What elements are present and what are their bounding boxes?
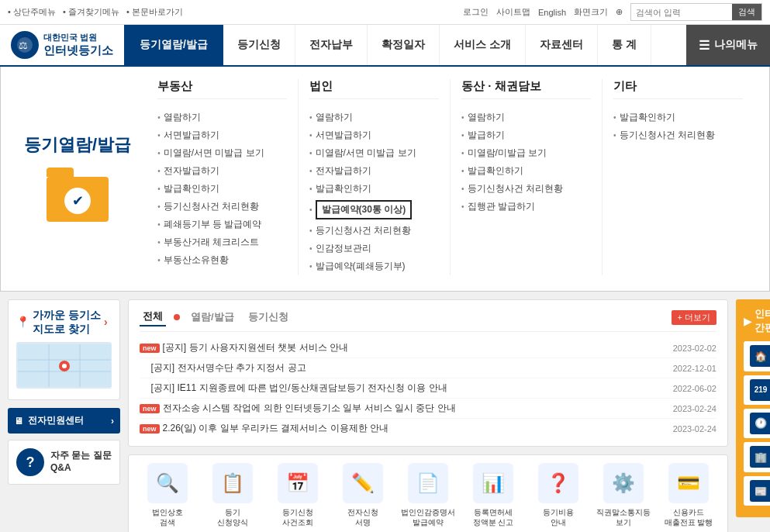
card-icon: 💳 [668, 463, 709, 503]
list-item[interactable]: 등기신청사건 처리현황 [309, 222, 439, 240]
e-sign-icon: ✏️ [343, 463, 383, 503]
dropdown-col-movable: 동산 · 채권담보 열람하기 발급하기 미열람/미발급 보기 발급확인하기 등기… [451, 79, 603, 275]
right-panel: ▶ 인터넷등기소 간편길잡이 🏠 소액임차인의 범위 안내 › 219 도로명주… [736, 299, 770, 532]
list-item[interactable]: 미열람/미발급 보기 [461, 144, 591, 162]
news-item-1[interactable]: new [공지] 등기 사용자지원센터 챗봇 서비스 안내 2023-02-02 [140, 338, 716, 358]
dropdown-col-other: 기타 발급확인하기 등기신청사건 처리현황 [603, 79, 754, 275]
nearby-registry-title: 📍 가까운 등기소지도로 찾기 › [16, 308, 112, 336]
skip-fav-menu[interactable]: • 즐겨찾기메뉴 [63, 7, 119, 16]
list-item[interactable]: 미열람/서면 미발급 보기 [309, 144, 439, 162]
list-item[interactable]: 인감정보관리 [309, 240, 439, 257]
shortcuts-box: ▶ 인터넷등기소 간편길잡이 🏠 소액임차인의 범위 안내 › 219 도로명주… [736, 299, 770, 517]
shortcut-entry-pass[interactable]: 🏢 등기소 출입증 신청관리 › [744, 442, 770, 472]
list-item[interactable]: 서면발급하기 [309, 126, 439, 144]
content-area: 📍 가까운 등기소지도로 찾기 › 🖥 전자민원센터 › [0, 292, 770, 532]
corporation-list: 열람하기 서면발급하기 미열람/서면 미발급 보기 전자발급하기 발급확인하기 … [309, 109, 439, 275]
news-item-4[interactable]: new 전자소송 시스템 작업에 의한 인터넷등기소 일부 서비스 일시 중단 … [140, 399, 716, 419]
quick-link-seal-label: 법인인감증명서발급예약 [401, 507, 455, 527]
quick-link-tax[interactable]: 📊 등록면허세정액분 신고 [462, 463, 524, 527]
news-tabs: 전체 열람/발급 등기신청 + 더보기 [140, 308, 716, 332]
news-item-3[interactable]: . [공지] IE11 지원종료에 따른 법인/동산채권담보등기 전자신청 이용… [140, 378, 716, 399]
list-item[interactable]: 서면발급하기 [157, 126, 287, 144]
news-badge-new: new [140, 344, 160, 353]
quick-link-fee[interactable]: ❓ 등기비용안내 [527, 463, 589, 527]
search-input[interactable] [631, 6, 732, 19]
list-item[interactable]: 발급하기 [461, 126, 591, 144]
list-item[interactable]: 전자발급하기 [157, 162, 287, 180]
news-badge-new-2: new [140, 404, 160, 413]
nav-registry-view[interactable]: 등기열람/발급 [124, 25, 223, 65]
list-item[interactable]: 미열람/서면 미발급 보기 [157, 144, 287, 162]
news-section: 전체 열람/발급 등기신청 + 더보기 new [공지] 등기 사용자지원센터 … [128, 299, 728, 447]
folder-icon: ✔ [47, 168, 109, 222]
shortcuts-title: ▶ 인터넷등기소 간편길잡이 [744, 307, 770, 335]
nav-service-intro[interactable]: 서비스 소개 [440, 25, 526, 65]
more-button[interactable]: + 더보기 [672, 310, 716, 325]
tab-view-issue[interactable]: 열람/발급 [188, 309, 237, 326]
list-item[interactable]: 열람하기 [309, 109, 439, 126]
quick-link-e-sign[interactable]: ✏️ 전자신청서명 [332, 463, 394, 527]
quick-link-notice[interactable]: ⚙️ 직권말소통지등보기 [592, 463, 654, 527]
quick-link-company-search[interactable]: 🔍 법인상호검색 [136, 463, 199, 527]
shortcut-small-tenant[interactable]: 🏠 소액임차인의 범위 안내 › [744, 341, 770, 371]
english-link[interactable]: English [538, 8, 566, 17]
news-list: new [공지] 등기 사용자지원센터 챗봇 서비스 안내 2023-02-02… [140, 338, 716, 438]
e-center-icon: 🖥 [14, 416, 23, 427]
case-inquiry-icon: 📅 [278, 463, 318, 503]
search-box: 검색 [630, 3, 762, 21]
list-item[interactable]: 부동산거래 체크리스트 [157, 233, 287, 251]
list-item[interactable]: 등기신청사건 처리현황 [157, 198, 287, 216]
news-item-5[interactable]: new 2.26(일) 이후 일부 우리카드 결제서비스 이용제한 안내 202… [140, 419, 716, 438]
skip-main-menu[interactable]: • 상단주메뉴 [8, 7, 56, 16]
nav-e-pay[interactable]: 전자납부 [295, 25, 368, 65]
dropdown-col-real-estate: 부동산 열람하기 서면발급하기 미열람/서면 미발급 보기 전자발급하기 발급확… [147, 79, 299, 275]
shortcut-road-addr[interactable]: 219 도로명주소 안내 › [744, 375, 770, 405]
list-item[interactable]: 발급확인하기 [461, 162, 591, 180]
tab-dot [174, 314, 180, 320]
list-item[interactable]: 집행관 발급하기 [461, 198, 591, 216]
list-item[interactable]: 등기신청사건 처리현황 [461, 180, 591, 198]
nav-data-center[interactable]: 자료센터 [526, 25, 598, 65]
login-link[interactable]: 로그인 [463, 6, 489, 18]
skip-content[interactable]: • 본문바로가기 [126, 7, 183, 16]
news-text-4: 전자소송 시스템 작업에 의한 인터넷등기소 일부 서비스 일시 중단 안내 [163, 402, 456, 415]
quick-link-corp-seal[interactable]: 📄 법인인감증명서발급예약 [397, 463, 459, 527]
plus-icon: + [678, 313, 682, 322]
quick-link-case-inquiry[interactable]: 📅 등기신청사건조회 [267, 463, 329, 527]
nav-confirm-date[interactable]: 확정일자 [368, 25, 440, 65]
search-button[interactable]: 검색 [732, 4, 761, 20]
list-item[interactable]: 폐쇄등기부 등 발급예약 [157, 216, 287, 233]
list-item[interactable]: 발급확인하기 [613, 109, 743, 126]
list-item[interactable]: 전자발급하기 [309, 162, 439, 180]
nav-registry-apply[interactable]: 등기신청 [223, 25, 295, 65]
news-item-2[interactable]: . [공지] 전자서명수단 추가 지정서 공고 2022-12-01 [140, 358, 716, 378]
shortcut-service-hours[interactable]: 🕐 서비스 이용시간 안내 › [744, 409, 770, 439]
e-center-box[interactable]: 🖥 전자민원센터 › [8, 408, 120, 434]
list-item[interactable]: 등기신청사건 처리현황 [613, 126, 743, 144]
header-inner: ⚖ 대한민국 법원 인터넷등기소 등기열람/발급 등기신청 전자납부 확정일자 … [0, 25, 770, 65]
list-item[interactable]: 발급확인하기 [157, 180, 287, 198]
notice-icon: ⚙️ [603, 463, 644, 503]
quick-link-label: 법인상호검색 [152, 507, 183, 527]
folder-tab [47, 168, 74, 177]
nav-stats[interactable]: 통 계 [598, 25, 651, 65]
quick-link-forms[interactable]: 📋 등기신청양식 [202, 463, 264, 527]
list-item[interactable]: 열람하기 [157, 109, 287, 126]
quick-link-card[interactable]: 💳 신용카드매출전표 발행 [658, 463, 720, 527]
list-item[interactable]: 부동산소유현황 [157, 251, 287, 269]
news-text-1: [공지] 등기 사용자지원센터 챗봇 서비스 안내 [163, 341, 348, 354]
font-size-plus[interactable]: ⊕ [616, 7, 623, 17]
tab-registry-apply[interactable]: 등기신청 [245, 309, 292, 326]
nav-my-menu[interactable]: ☰ 나의메뉴 [686, 25, 770, 65]
list-item[interactable]: 열람하기 [461, 109, 591, 126]
sitemap-link[interactable]: 사이트맵 [496, 6, 530, 18]
shortcuts-play-icon: ▶ [744, 316, 751, 327]
list-item[interactable]: 발급예약(폐쇄등기부) [309, 257, 439, 275]
tab-all[interactable]: 전체 [140, 308, 166, 326]
news-date-1: 2023-02-02 [673, 344, 716, 353]
real-estate-list: 열람하기 서면발급하기 미열람/서면 미발급 보기 전자발급하기 발급확인하기 … [157, 109, 287, 269]
list-item[interactable]: 발급확인하기 [309, 180, 439, 198]
news-text-5: 2.26(일) 이후 일부 우리카드 결제서비스 이용제한 안내 [163, 422, 388, 435]
list-item-highlight[interactable]: 발급예약(30통 이상) [309, 198, 439, 222]
shortcut-info-plaza[interactable]: 📰 등기정보광장 바로가기 › [744, 476, 770, 506]
